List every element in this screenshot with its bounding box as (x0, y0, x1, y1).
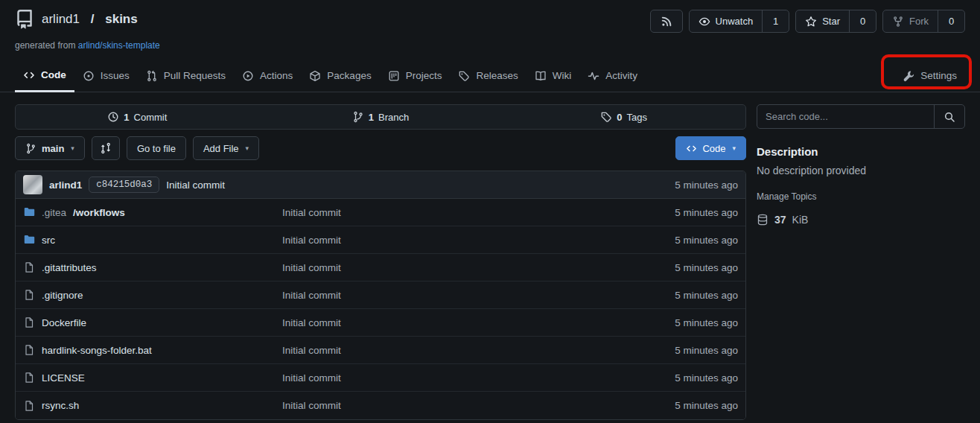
file-table: arlind1 c84215d0a3 Initial commit 5 minu… (15, 171, 746, 420)
file-icon (23, 317, 35, 328)
tab-code-label: Code (41, 69, 66, 80)
folder-icon (23, 206, 35, 218)
file-icon (23, 400, 35, 412)
code-search-box (757, 104, 965, 129)
commits-stat-link[interactable]: 1 Commit (16, 105, 259, 129)
tab-code[interactable]: Code (15, 60, 74, 92)
tab-releases[interactable]: Releases (450, 60, 526, 92)
file-name-link[interactable]: LICENSE (23, 372, 282, 384)
code-download-button[interactable]: Code ▾ (675, 136, 746, 160)
tab-projects[interactable]: Projects (380, 60, 451, 92)
manage-topics-link[interactable]: Manage Topics (757, 191, 965, 202)
tab-packages[interactable]: Packages (301, 60, 379, 92)
tab-packages-label: Packages (327, 70, 371, 81)
tab-pull-requests-label: Pull Requests (164, 70, 226, 81)
pulse-icon (588, 70, 599, 82)
watchers-count[interactable]: 1 (762, 10, 789, 32)
main-column: 1 Commit 1 Branch 0 Tags (15, 104, 746, 420)
tab-activity[interactable]: Activity (579, 60, 646, 92)
play-circle-icon (242, 70, 254, 82)
repo-stats-bar: 1 Commit 1 Branch 0 Tags (15, 104, 746, 130)
file-commit-message-link[interactable]: Initial commit (282, 207, 675, 218)
tab-issues[interactable]: Issues (74, 60, 138, 92)
repo-owner-link[interactable]: arlind1 (42, 12, 80, 27)
unwatch-button[interactable]: Unwatch (690, 10, 763, 32)
tab-actions[interactable]: Actions (234, 60, 301, 92)
chevron-down-icon: ▾ (71, 144, 74, 152)
code-icon (23, 69, 35, 81)
branch-name: main (42, 143, 64, 154)
file-commit-message-link[interactable]: Initial commit (282, 262, 675, 273)
repo-header: arlind1 / skins Unwatch 1 Star (0, 0, 980, 33)
repo-size-unit: KiB (792, 214, 809, 226)
tab-pull-requests[interactable]: Pull Requests (138, 60, 234, 92)
file-name: LICENSE (42, 372, 85, 384)
repo-tab-bar: Code Issues Pull Requests Actions Packag… (0, 60, 980, 92)
fork-button[interactable]: Fork (883, 10, 938, 32)
file-commit-message-link[interactable]: Initial commit (282, 400, 675, 411)
file-commit-time: 5 minutes ago (675, 290, 738, 301)
repo-toolbar: main ▾ Go to file Add File ▾ Code ▾ (15, 136, 746, 160)
tab-actions-label: Actions (260, 70, 293, 81)
file-name-link[interactable]: .gitea/workflows (23, 206, 282, 218)
file-commit-message-link[interactable]: Initial commit (282, 372, 675, 384)
commit-time: 5 minutes ago (675, 179, 738, 191)
tags-stat-link[interactable]: 0 Tags (502, 105, 745, 129)
file-name: .gitignore (42, 290, 83, 301)
rss-button[interactable] (650, 10, 683, 33)
go-to-file-button[interactable]: Go to file (127, 136, 186, 160)
file-commit-message-link[interactable]: Initial commit (282, 345, 675, 356)
repo-size-row: 37 KiB (757, 214, 965, 226)
tab-wiki[interactable]: Wiki (526, 60, 580, 92)
branch-selector[interactable]: main ▾ (15, 136, 85, 160)
avatar[interactable] (23, 175, 42, 194)
file-commit-message-link[interactable]: Initial commit (282, 317, 675, 328)
tags-count: 0 (617, 112, 622, 123)
fork-button-group: Fork 0 (882, 10, 965, 33)
git-branch-icon (352, 111, 364, 123)
file-name-link[interactable]: Dockerfile (23, 317, 282, 328)
forks-count[interactable]: 0 (938, 10, 964, 32)
branches-stat-link[interactable]: 1 Branch (259, 105, 503, 129)
generated-from-prefix: generated from (15, 40, 78, 51)
file-name: Dockerfile (42, 317, 86, 328)
file-name-link[interactable]: rsync.sh (23, 400, 282, 412)
tab-settings-label: Settings (920, 70, 957, 81)
add-file-label: Add File (203, 143, 239, 154)
star-button-group: Star 0 (795, 10, 876, 33)
file-name-link[interactable]: hardlink-songs-folder.bat (23, 344, 282, 356)
commits-count: 1 (124, 112, 129, 123)
add-file-button[interactable]: Add File ▾ (193, 136, 259, 160)
commit-author-link[interactable]: arlind1 (49, 179, 82, 191)
git-branch-icon (25, 143, 36, 154)
repo-title: arlind1 / skins (15, 10, 138, 29)
database-icon (757, 214, 769, 226)
commit-message-link[interactable]: Initial commit (166, 179, 225, 191)
file-commit-message-link[interactable]: Initial commit (282, 235, 675, 246)
tab-settings[interactable]: Settings (894, 60, 965, 92)
table-row: LICENSE Initial commit 5 minutes ago (16, 364, 745, 392)
star-button[interactable]: Star (796, 10, 849, 32)
project-board-icon (388, 70, 400, 82)
issue-icon (83, 70, 95, 82)
file-name-link[interactable]: src (23, 234, 282, 246)
latest-commit-row: arlind1 c84215d0a3 Initial commit 5 minu… (16, 171, 745, 199)
tab-activity-label: Activity (605, 70, 637, 81)
table-row: .gitattributes Initial commit 5 minutes … (16, 254, 745, 282)
table-row: rsync.sh Initial commit 5 minutes ago (16, 392, 745, 419)
search-input[interactable] (757, 105, 934, 128)
file-name-link[interactable]: .gitattributes (23, 261, 282, 273)
compare-button[interactable] (92, 136, 120, 160)
file-icon (23, 372, 35, 384)
stars-count[interactable]: 0 (849, 10, 876, 32)
file-name-link[interactable]: .gitignore (23, 289, 282, 301)
file-commit-message-link[interactable]: Initial commit (282, 290, 675, 301)
template-repo-link[interactable]: arlind/skins-template (78, 40, 160, 51)
pull-request-icon (146, 70, 158, 82)
repo-name-link[interactable]: skins (105, 12, 137, 27)
search-button[interactable] (934, 105, 964, 128)
tab-releases-label: Releases (476, 70, 518, 81)
commit-hash-link[interactable]: c84215d0a3 (89, 176, 159, 193)
chevron-down-icon: ▾ (732, 144, 736, 152)
star-label: Star (822, 16, 840, 27)
